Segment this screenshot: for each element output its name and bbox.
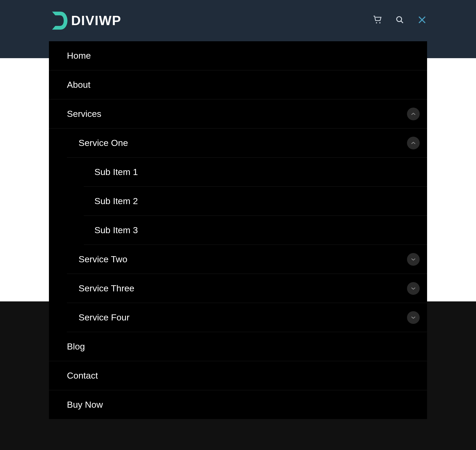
nav-item-contact[interactable]: Contact [49, 361, 427, 390]
nav-label: Service Two [67, 245, 127, 274]
nav-label: Buy Now [49, 390, 103, 419]
nav-item-buy-now[interactable]: Buy Now [49, 390, 427, 419]
nav-item-home[interactable]: Home [49, 41, 427, 70]
nav-label: Blog [49, 332, 85, 361]
expand-toggle[interactable] [407, 253, 420, 266]
collapse-toggle[interactable] [407, 137, 420, 149]
nav-label: Service Three [67, 274, 134, 303]
site-logo[interactable]: DIVIWP [52, 11, 121, 30]
nav-label: Service Four [67, 303, 130, 332]
cart-icon[interactable] [373, 15, 383, 25]
nav-label: Sub Item 2 [84, 187, 138, 215]
chevron-down-icon [411, 287, 416, 290]
nav-label: Sub Item 3 [84, 216, 138, 245]
nav-label: Service One [67, 128, 128, 157]
nav-item-sub-2[interactable]: Sub Item 2 [84, 187, 427, 216]
nav-item-about[interactable]: About [49, 70, 427, 99]
svg-point-1 [379, 22, 381, 24]
svg-point-0 [376, 22, 377, 24]
search-icon[interactable] [395, 15, 405, 25]
chevron-down-icon [411, 316, 416, 319]
chevron-up-icon [411, 112, 416, 116]
nav-item-service-three[interactable]: Service Three [67, 274, 427, 303]
chevron-down-icon [411, 258, 416, 261]
collapse-toggle[interactable] [407, 108, 420, 120]
nav-item-sub-1[interactable]: Sub Item 1 [84, 158, 427, 187]
nav-item-service-two[interactable]: Service Two [67, 245, 427, 274]
nav-label: Home [49, 41, 91, 70]
logo-mark-icon [52, 11, 68, 30]
nav-label: Contact [49, 361, 98, 390]
svg-point-2 [397, 17, 402, 22]
nav-label: Sub Item 1 [84, 158, 138, 186]
expand-toggle[interactable] [407, 311, 420, 324]
mobile-menu-panel: Home About Services Service One Sub Item… [49, 41, 427, 419]
nav-label: Services [49, 99, 101, 128]
nav-item-services[interactable]: Services [49, 99, 427, 128]
chevron-up-icon [411, 141, 416, 145]
nav-label: About [49, 70, 90, 99]
expand-toggle[interactable] [407, 282, 420, 295]
nav-item-sub-3[interactable]: Sub Item 3 [84, 216, 427, 245]
nav-item-service-four[interactable]: Service Four [67, 303, 427, 332]
nav-item-service-one[interactable]: Service One [67, 128, 427, 158]
nav-item-blog[interactable]: Blog [49, 332, 427, 361]
header-actions [373, 11, 427, 25]
close-icon[interactable] [417, 15, 427, 25]
svg-line-3 [401, 21, 403, 23]
logo-text: DIVIWP [71, 13, 121, 28]
